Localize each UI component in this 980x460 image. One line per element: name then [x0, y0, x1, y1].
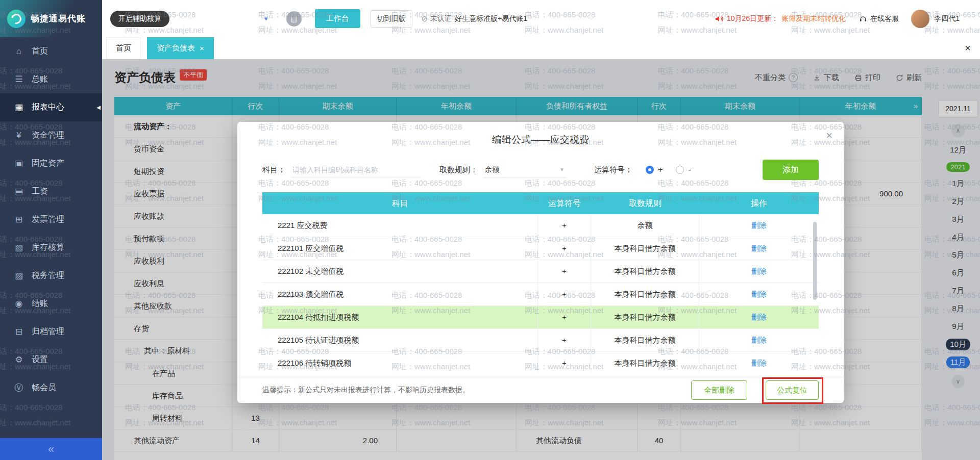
online-service[interactable]: 在线客服	[859, 14, 899, 23]
sidebar-item-member[interactable]: Ⓥ 畅会员 ◀	[0, 374, 102, 402]
rule-select[interactable]: 余额 ▼	[483, 162, 567, 178]
delete-all-button[interactable]: 全部删除	[691, 380, 747, 400]
tab-list: 首页 × 资产负债表 ×	[106, 37, 214, 59]
sidebar-item-home[interactable]: ⌂ 首页 ◀	[0, 37, 102, 65]
formula-row: 222102 未交增值税 + 本身科目借方余额 删除	[262, 260, 819, 283]
collapse-icon: «	[48, 443, 54, 456]
delete-link[interactable]: 删除	[751, 290, 767, 298]
sidebar-item-settings[interactable]: ⚙ 设置 ◀	[0, 346, 102, 374]
announcement[interactable]: 10月26日更新： 账簿及期未结转优化	[715, 14, 846, 23]
sidebar-item-icon: ▧	[13, 242, 24, 253]
sidebar-item-icon: ◉	[13, 298, 24, 309]
username[interactable]: 李四代1	[934, 14, 960, 23]
sidebar-item-icon: ▣	[13, 158, 24, 169]
tabbar: 首页 × 资产负债表 × ×	[102, 37, 980, 59]
delete-link[interactable]: 删除	[751, 221, 767, 229]
sidebar-item-icon: ▤	[13, 186, 24, 197]
sidebar-item-inventory[interactable]: ▧ 库存核算 ◀	[0, 234, 102, 262]
formula-row: 222105 待认证进项税额 + 本身科目借方余额 删除	[262, 329, 819, 352]
close-icon[interactable]: ×	[826, 130, 832, 141]
product-name: 好生意标准版+易代账1	[455, 14, 527, 23]
sidebar-item-icon: ▨	[13, 270, 24, 281]
delete-link[interactable]: 删除	[751, 267, 767, 275]
sidebar-nav: ⌂ 首页 ◀ ☰ 总账 ◀ ▦ 报表中心 ◀ ¥	[0, 37, 102, 402]
sidebar-item-closing[interactable]: ◉ 结账 ◀	[0, 290, 102, 318]
formula-row: 222104 待抵扣进项税额 + 本身科目借方余额 删除	[262, 306, 819, 329]
dialog-footer: 温馨提示：新公式只对未出报表进行计算，不影响历史报表数据。 全部删除 公式复位	[237, 377, 844, 403]
formula-row: 222103 预交增值税 + 本身科目借方余额 删除	[262, 283, 819, 306]
operator-plus-radio[interactable]: +	[646, 165, 663, 174]
app-window: 畅捷通易代账 ⌂ 首页 ◀ ☰ 总账 ◀ ▦ 报表中心 ◀	[0, 0, 980, 460]
content-area: 资产负债表 不平衡 不重分类 ? 下载 打印 刷新	[102, 59, 980, 460]
workbench-button[interactable]: 工作台	[315, 9, 360, 28]
operator-label: 运算符号：	[594, 165, 632, 175]
uncertified-badge: ⊘ 未认证	[422, 14, 452, 23]
announcement-date: 10月26日更新：	[727, 14, 778, 23]
tabbar-close-icon[interactable]: ×	[965, 42, 971, 54]
delete-link[interactable]: 删除	[751, 313, 767, 321]
headset-icon	[859, 15, 867, 23]
sidebar-item-icon: ▦	[13, 102, 24, 113]
sidebar-item-icon: ☰	[13, 74, 24, 85]
delete-link[interactable]: 删除	[751, 244, 767, 252]
switch-old-version-button[interactable]: 切到旧版	[371, 10, 412, 28]
main-area: 开启辅助核算 ▾ ▤ 工作台 切到旧版 ⊘ 未认证 好生意标准版+易代账1 10…	[102, 0, 980, 460]
formula-table-header: 科目运算符号取数规则操作	[262, 192, 819, 214]
sidebar-item-icon: ⊞	[13, 214, 24, 225]
radio-unchecked-icon	[676, 166, 684, 174]
sidebar-item-fixed-assets[interactable]: ▣ 固定资产 ◀	[0, 149, 102, 177]
tab-home[interactable]: 首页 ×	[106, 37, 141, 59]
active-arrow-icon: ◀	[96, 105, 101, 110]
app-icon[interactable]: ▤	[286, 11, 302, 27]
topbar: 开启辅助核算 ▾ ▤ 工作台 切到旧版 ⊘ 未认证 好生意标准版+易代账1 10…	[102, 0, 980, 37]
sidebar-item-icon: Ⓥ	[13, 382, 24, 394]
add-button[interactable]: 添加	[763, 160, 819, 180]
tip-text: 温馨提示：新公式只对未出报表进行计算，不影响历史报表数据。	[262, 386, 673, 395]
radio-checked-icon	[646, 166, 654, 174]
scrollbar[interactable]	[813, 222, 817, 300]
sidebar-item-icon: ⊟	[13, 326, 24, 337]
tab-close-icon[interactable]: ×	[200, 44, 204, 52]
speaker-icon	[715, 15, 724, 23]
edit-formula-dialog: 编辑公式——应交税费 × 科目： 取数规则： 余额 ▼ 运算符号： +	[237, 122, 844, 403]
sidebar-item-reports[interactable]: ▦ 报表中心 ◀	[0, 93, 102, 121]
uncertified-icon: ⊘	[422, 14, 428, 23]
sidebar-item-ledger[interactable]: ☰ 总账 ◀	[0, 65, 102, 93]
select-caret-icon: ▼	[559, 167, 565, 172]
sidebar-item-icon: ¥	[13, 131, 24, 141]
sidebar-item-icon: ⚙	[13, 354, 24, 365]
avatar[interactable]	[911, 10, 929, 28]
formula-reset-button[interactable]: 公式复位	[766, 380, 819, 400]
delete-link[interactable]: 删除	[751, 359, 767, 367]
account-dropdown-icon[interactable]: ▾	[264, 15, 268, 22]
sidebar-item-invoices[interactable]: ⊞ 发票管理 ◀	[0, 206, 102, 234]
tab-balance-sheet[interactable]: 资产负债表 ×	[147, 37, 214, 59]
logo-icon	[7, 10, 26, 28]
logo-text: 畅捷通易代账	[31, 13, 86, 24]
formula-row: 222106 待转销项税额 + 本身科目借方余额 删除	[262, 352, 819, 373]
sidebar-item-salary[interactable]: ▤ 工资 ◀	[0, 177, 102, 206]
sidebar-item-funds[interactable]: ¥ 资金管理 ◀	[0, 121, 102, 149]
delete-link[interactable]: 删除	[751, 336, 767, 344]
sidebar-collapse-button[interactable]: «	[0, 438, 102, 460]
formula-form: 科目： 取数规则： 余额 ▼ 运算符号： + -	[237, 160, 844, 180]
formula-row: 222101 应交增值税 + 本身科目借方余额 删除	[262, 237, 819, 260]
app-logo: 畅捷通易代账	[0, 0, 102, 37]
subject-input[interactable]	[291, 163, 421, 177]
formula-row: 2221 应交税费 + 余额 删除	[262, 214, 819, 237]
dialog-title: 编辑公式——应交税费	[237, 122, 844, 146]
operator-minus-radio[interactable]: -	[676, 165, 691, 174]
sidebar-item-archive[interactable]: ⊟ 归档管理 ◀	[0, 318, 102, 346]
sidebar-item-icon: ⌂	[13, 46, 24, 57]
announcement-text: 账簿及期未结转优化	[781, 14, 846, 23]
formula-table-body: 2221 应交税费 + 余额 删除 222101 应交增值税 + 本身科目借方余…	[262, 214, 819, 373]
sidebar: 畅捷通易代账 ⌂ 首页 ◀ ☰ 总账 ◀ ▦ 报表中心 ◀	[0, 0, 102, 460]
formula-table: 科目运算符号取数规则操作 2221 应交税费 + 余额 删除	[262, 192, 819, 373]
rule-select-value: 余额	[485, 165, 499, 174]
assist-accounting-button[interactable]: 开启辅助核算	[110, 11, 169, 27]
subject-label: 科目：	[262, 165, 285, 175]
rule-label: 取数规则：	[439, 165, 478, 175]
sidebar-item-tax[interactable]: ▨ 税务管理 ◀	[0, 262, 102, 290]
